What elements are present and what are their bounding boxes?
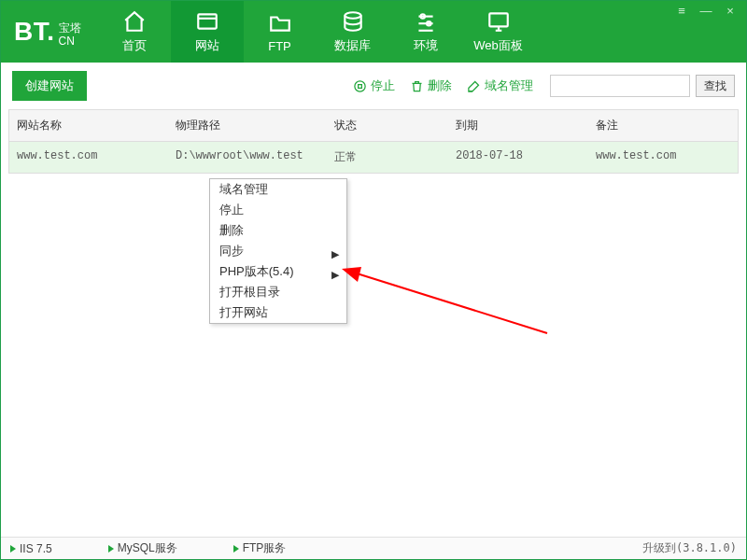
svg-rect-12 — [359, 84, 362, 88]
nav-label: 网站 — [195, 37, 219, 54]
folder-icon — [268, 11, 292, 35]
status-mysql[interactable]: MySQL服务 — [108, 540, 177, 556]
col-status: 状态 — [327, 110, 448, 142]
status-iis[interactable]: IIS 7.5 — [10, 542, 52, 555]
statusbar: IIS 7.5 MySQL服务 FTP服务 升级到(3.8.1.0) — [1, 537, 746, 559]
ctx-label: 删除 — [219, 223, 244, 237]
status-ftp[interactable]: FTP服务 — [233, 540, 287, 556]
nav-label: 数据库 — [334, 37, 371, 54]
stop-action[interactable]: 停止 — [353, 77, 395, 94]
stop-icon — [353, 79, 367, 93]
play-icon — [233, 545, 239, 553]
website-icon — [195, 9, 219, 34]
svg-rect-8 — [489, 13, 508, 26]
ctx-php-version[interactable]: PHP版本(5.4)▶ — [210, 261, 346, 282]
ctx-sync[interactable]: 同步▶ — [210, 241, 346, 261]
ctx-label: PHP版本(5.4) — [219, 264, 293, 278]
stop-label: 停止 — [371, 77, 395, 94]
ctx-open-root[interactable]: 打开根目录 — [210, 282, 346, 302]
delete-label: 删除 — [428, 77, 452, 94]
ctx-stop[interactable]: 停止 — [210, 200, 346, 220]
svg-rect-0 — [198, 14, 217, 28]
svg-point-11 — [355, 80, 365, 91]
svg-point-2 — [345, 12, 360, 19]
search-button[interactable]: 查找 — [696, 75, 735, 97]
settings-icon — [414, 9, 438, 34]
window-controls: ≡ — × — [669, 3, 742, 18]
col-name: 网站名称 — [9, 110, 168, 142]
menu-icon[interactable]: ≡ — [669, 3, 694, 18]
domain-label: 域名管理 — [485, 77, 533, 94]
logo-subtext: 宝塔 CN — [59, 21, 81, 48]
domain-manage-action[interactable]: 域名管理 — [467, 77, 533, 94]
close-button[interactable]: × — [718, 3, 742, 18]
ctx-open-site[interactable]: 打开网站 — [210, 302, 346, 323]
table-header: 网站名称 物理路径 状态 到期 备注 — [9, 110, 738, 142]
cell-name: www.test.com — [9, 142, 168, 174]
cell-expire: 2018-07-18 — [448, 142, 588, 174]
delete-action[interactable]: 删除 — [410, 77, 452, 94]
ctx-label: 同步 — [219, 244, 244, 258]
ctx-delete[interactable]: 删除 — [210, 220, 346, 241]
search-input[interactable] — [550, 75, 690, 97]
database-icon — [341, 9, 365, 34]
create-site-button[interactable]: 创建网站 — [12, 71, 87, 101]
nav-webpanel[interactable]: Web面板 — [462, 1, 535, 63]
nav-home[interactable]: 首页 — [98, 1, 171, 63]
play-icon — [108, 545, 114, 553]
upgrade-link[interactable]: 升级到(3.8.1.0) — [642, 540, 737, 556]
annotation-arrow-icon — [337, 263, 552, 338]
table-row[interactable]: www.test.com D:\wwwroot\www.test 正常 2018… — [9, 142, 738, 174]
cell-status: 正常 — [327, 142, 448, 174]
sites-table: 网站名称 物理路径 状态 到期 备注 www.test.com D:\wwwro… — [8, 109, 739, 174]
edit-icon — [467, 79, 481, 93]
toolbar: 创建网站 停止 删除 域名管理 查找 — [1, 63, 746, 109]
col-expire: 到期 — [448, 110, 588, 142]
home-icon — [122, 9, 147, 34]
col-path: 物理路径 — [168, 110, 327, 142]
status-label: MySQL服务 — [118, 540, 177, 556]
logo-sub-bottom: CN — [59, 35, 81, 48]
logo-text: BT. — [14, 17, 55, 47]
ctx-label: 打开网站 — [219, 305, 268, 319]
nav-website[interactable]: 网站 — [171, 1, 244, 63]
play-icon — [10, 545, 16, 553]
col-remark: 备注 — [588, 110, 738, 142]
trash-icon — [410, 79, 424, 93]
cell-path: D:\wwwroot\www.test — [168, 142, 327, 174]
webpanel-icon — [486, 9, 511, 34]
nav-label: FTP — [268, 39, 291, 53]
nav-label: 环境 — [414, 37, 438, 54]
status-label: FTP服务 — [243, 540, 287, 556]
ctx-label: 停止 — [219, 203, 244, 217]
nav-label: 首页 — [122, 37, 147, 54]
minimize-button[interactable]: — — [694, 3, 718, 18]
nav-ftp[interactable]: FTP — [244, 1, 317, 63]
status-label: IIS 7.5 — [20, 542, 52, 555]
app-window: ≡ — × BT. 宝塔 CN 首页 网站 FTP — [0, 0, 747, 560]
ctx-label: 打开根目录 — [219, 285, 280, 299]
ctx-domain-manage[interactable]: 域名管理 — [210, 179, 346, 200]
nav-environment[interactable]: 环境 — [389, 1, 462, 63]
app-logo: BT. 宝塔 CN — [1, 1, 98, 63]
logo-sub-top: 宝塔 — [59, 21, 81, 35]
nav-database[interactable]: 数据库 — [317, 1, 389, 63]
nav-label: Web面板 — [473, 37, 523, 54]
cell-remark: www.test.com — [588, 142, 738, 174]
svg-line-13 — [354, 273, 547, 333]
ctx-label: 域名管理 — [219, 182, 268, 196]
titlebar: ≡ — × BT. 宝塔 CN 首页 网站 FTP — [1, 1, 746, 63]
top-nav: 首页 网站 FTP 数据库 环境 Web面板 — [98, 1, 535, 63]
context-menu: 域名管理 停止 删除 同步▶ PHP版本(5.4)▶ 打开根目录 打开网站 — [209, 178, 347, 324]
